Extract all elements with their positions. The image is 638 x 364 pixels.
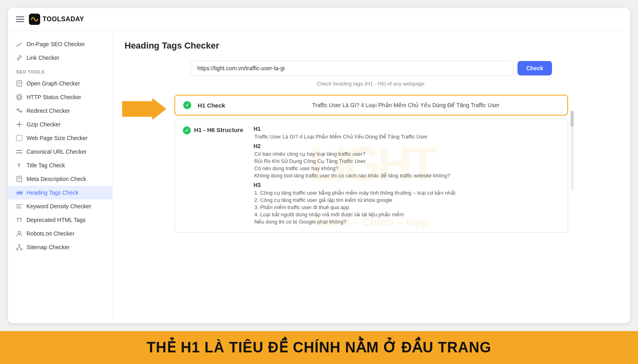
structure-content: H1 Traffic User Là Gì? 4 Loại Phần Mềm C… <box>254 126 560 226</box>
svg-point-25 <box>18 244 20 246</box>
sidebar-item-heading-tags[interactable]: H Heading Tags Check <box>8 186 112 199</box>
h2-item-3: Không dùng tool tăng traffic user thì có… <box>254 173 560 179</box>
sidebar-item-robots[interactable]: Robots.txt Checker <box>8 227 112 240</box>
sidebar-label-title-tag: Title Tag Check <box>27 162 65 169</box>
sitemap-icon <box>16 244 22 250</box>
logo: TOOLSADAY <box>29 14 84 25</box>
h3-item-4: Nếu dùng thì có bị Google phạt không? <box>254 219 560 225</box>
sidebar-label-webpage-size: Web Page Size Checker <box>27 135 88 141</box>
h1-check-label: H1 Check <box>198 102 246 109</box>
h3-item-0: 1. Công cụ tăng traffic user bằng phần m… <box>254 190 560 196</box>
sidebar-item-keyword-density[interactable]: Keyword Density Checker <box>8 199 112 213</box>
sidebar-label-meta-desc: Meta Description Check <box>27 176 86 182</box>
h2-heading: H2 <box>254 143 560 149</box>
sidebar-item-webpage-size[interactable]: Web Page Size Checker <box>8 131 112 145</box>
sidebar-label-robots: Robots.txt Checker <box>27 230 74 237</box>
link-icon <box>16 55 22 61</box>
logo-text: TOOLSADAY <box>43 16 84 23</box>
h2-item-1: Rủi Ro Khi Sử Dụng Công Cụ Tăng Traffic … <box>254 158 560 164</box>
t-icon: T <box>16 162 22 169</box>
sidebar-item-on-page-seo[interactable]: On-Page SEO Checker <box>8 37 112 51</box>
h2-item-0: Có bao nhiêu công cụ hay loại tăng traff… <box>254 151 560 157</box>
subtitle: Check heading tags (H1 - H6) of any webp… <box>125 81 618 87</box>
sidebar-item-gzip[interactable]: Gzip Checker <box>8 118 112 131</box>
arrow-icon <box>122 98 166 120</box>
globe-icon <box>16 94 22 100</box>
bottom-banner: THẺ H1 LÀ TIÊU ĐỀ CHÍNH NẰM Ở ĐẦU TRANG <box>0 331 638 364</box>
sidebar-item-canonical[interactable]: Canonical URL Checker <box>8 145 112 159</box>
scrollbar[interactable] <box>571 111 574 191</box>
sidebar-item-deprecated-html[interactable]: Deprecated HTML Tags <box>8 213 112 227</box>
page-title: Heading Tags Checker <box>125 41 618 51</box>
svg-rect-10 <box>16 135 22 141</box>
svg-point-27 <box>20 248 22 250</box>
sidebar-label-link-checker: Link Checker <box>27 55 59 61</box>
check-button[interactable]: Check <box>517 61 552 75</box>
structure-check-icon <box>183 126 191 134</box>
meta-icon <box>16 176 22 182</box>
file-icon <box>16 80 22 87</box>
h3-item-3: 4. Loại bắt người dùng nhập mã mới được … <box>254 211 560 218</box>
structure-label-col: H1 - H6 Structure <box>183 126 247 226</box>
sidebar-item-meta-desc[interactable]: Meta Description Check <box>8 172 112 186</box>
heading-icon: H <box>16 189 22 196</box>
sidebar-label-keyword-density: Keyword Density Checker <box>27 203 91 209</box>
redirect-icon <box>16 108 22 114</box>
h1-check-value: Traffic User Là Gì? 4 Loại Phần Mềm Chủ … <box>252 102 559 108</box>
structure-row: H1 - H6 Structure H1 Traffic User Là Gì?… <box>174 119 568 233</box>
sidebar-label-open-graph: Open Graph Checker <box>27 80 80 87</box>
sidebar-label-gzip: Gzip Checker <box>27 121 61 128</box>
banner-text: THẺ H1 LÀ TIÊU ĐỀ CHÍNH NẰM Ở ĐẦU TRANG <box>8 339 630 356</box>
h3-item-1: 2. Công cụ tăng traffic user giả lập tìm… <box>254 197 560 203</box>
logo-icon <box>29 14 40 25</box>
sidebar-label-http-status: HTTP Status Checker <box>27 94 81 100</box>
sidebar-label-sitemap: Sitemap Checker <box>27 244 70 250</box>
plus-icon <box>16 121 22 128</box>
h3-heading: H3 <box>254 182 560 188</box>
results-area: H1 Check Traffic User Là Gì? 4 Loại Phần… <box>174 95 568 233</box>
seo-tools-section-title: SEO TOOLS <box>8 65 112 77</box>
sidebar-item-redirect[interactable]: Redirect Checker <box>8 104 112 118</box>
deprecated-icon <box>16 217 22 223</box>
svg-point-24 <box>18 231 20 234</box>
svg-line-30 <box>19 247 21 248</box>
svg-text:T: T <box>17 163 20 169</box>
h1-heading: H1 <box>254 126 560 132</box>
scroll-thumb <box>571 111 574 127</box>
sidebar-item-sitemap[interactable]: Sitemap Checker <box>8 240 112 254</box>
sidebar-item-http-status[interactable]: HTTP Status Checker <box>8 90 112 104</box>
sidebar-item-open-graph[interactable]: Open Graph Checker <box>8 77 112 90</box>
svg-marker-31 <box>122 98 166 120</box>
h1-check-row: H1 Check Traffic User Là Gì? 4 Loại Phần… <box>174 95 568 116</box>
sidebar-item-title-tag[interactable]: T Title Tag Check <box>8 159 112 172</box>
h2-item-2: Có nên dùng traffic user hay không? <box>254 165 560 171</box>
chart-icon <box>16 41 22 47</box>
main-content: Heading Tags Checker Check Check heading… <box>112 31 630 323</box>
sidebar: On-Page SEO Checker Link Checker SEO TOO… <box>8 31 112 323</box>
structure-label: H1 - H6 Structure <box>194 126 243 133</box>
arrow-container <box>122 98 166 120</box>
h3-item-2: 3. Phần mềm traffic user đi thuê qua app <box>254 204 560 210</box>
svg-text:H: H <box>16 191 20 195</box>
sidebar-label-redirect: Redirect Checker <box>27 108 70 114</box>
sidebar-item-link-checker[interactable]: Link Checker <box>8 51 112 65</box>
search-bar: Check <box>190 61 552 76</box>
keyword-icon <box>16 203 22 209</box>
sidebar-label-deprecated-html: Deprecated HTML Tags <box>27 217 86 223</box>
svg-point-26 <box>16 248 18 250</box>
equals-icon <box>16 148 22 155</box>
menu-icon[interactable] <box>16 16 24 22</box>
resize-icon <box>16 135 22 141</box>
sidebar-label-heading-tags: Heading Tags Check <box>27 189 78 196</box>
h1-check-icon <box>183 101 191 109</box>
url-input[interactable] <box>190 61 513 76</box>
svg-line-29 <box>17 247 19 248</box>
topbar: TOOLSADAY <box>8 8 630 31</box>
sidebar-label-canonical: Canonical URL Checker <box>27 148 87 155</box>
h1-item-0: Traffic User Là Gì? 4 Loại Phần Mềm Chủ … <box>254 134 560 140</box>
sidebar-label-on-page-seo: On-Page SEO Checker <box>27 41 85 47</box>
robots-icon <box>16 230 22 237</box>
